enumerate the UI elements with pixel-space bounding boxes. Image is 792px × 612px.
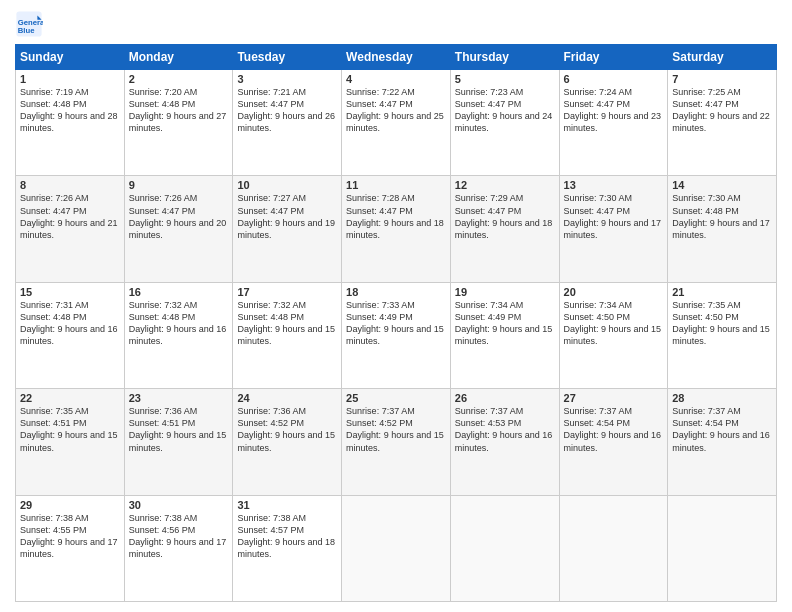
weekday-header: Tuesday xyxy=(233,45,342,70)
day-info: Sunrise: 7:32 AM Sunset: 4:48 PM Dayligh… xyxy=(129,299,229,348)
day-info: Sunrise: 7:35 AM Sunset: 4:50 PM Dayligh… xyxy=(672,299,772,348)
day-number: 18 xyxy=(346,286,446,298)
calendar-week-row: 22 Sunrise: 7:35 AM Sunset: 4:51 PM Dayl… xyxy=(16,389,777,495)
day-number: 29 xyxy=(20,499,120,511)
day-info: Sunrise: 7:36 AM Sunset: 4:52 PM Dayligh… xyxy=(237,405,337,454)
day-info: Sunrise: 7:24 AM Sunset: 4:47 PM Dayligh… xyxy=(564,86,664,135)
day-number: 21 xyxy=(672,286,772,298)
calendar-cell: 31 Sunrise: 7:38 AM Sunset: 4:57 PM Dayl… xyxy=(233,495,342,601)
calendar-cell: 1 Sunrise: 7:19 AM Sunset: 4:48 PM Dayli… xyxy=(16,70,125,176)
day-info: Sunrise: 7:37 AM Sunset: 4:53 PM Dayligh… xyxy=(455,405,555,454)
day-number: 14 xyxy=(672,179,772,191)
day-info: Sunrise: 7:26 AM Sunset: 4:47 PM Dayligh… xyxy=(20,192,120,241)
calendar-cell: 5 Sunrise: 7:23 AM Sunset: 4:47 PM Dayli… xyxy=(450,70,559,176)
day-info: Sunrise: 7:19 AM Sunset: 4:48 PM Dayligh… xyxy=(20,86,120,135)
calendar-cell: 21 Sunrise: 7:35 AM Sunset: 4:50 PM Dayl… xyxy=(668,282,777,388)
day-info: Sunrise: 7:30 AM Sunset: 4:48 PM Dayligh… xyxy=(672,192,772,241)
weekday-header: Wednesday xyxy=(342,45,451,70)
day-info: Sunrise: 7:28 AM Sunset: 4:47 PM Dayligh… xyxy=(346,192,446,241)
day-info: Sunrise: 7:35 AM Sunset: 4:51 PM Dayligh… xyxy=(20,405,120,454)
day-number: 23 xyxy=(129,392,229,404)
day-info: Sunrise: 7:22 AM Sunset: 4:47 PM Dayligh… xyxy=(346,86,446,135)
day-number: 28 xyxy=(672,392,772,404)
calendar-cell: 2 Sunrise: 7:20 AM Sunset: 4:48 PM Dayli… xyxy=(124,70,233,176)
day-number: 11 xyxy=(346,179,446,191)
calendar-cell xyxy=(450,495,559,601)
day-info: Sunrise: 7:37 AM Sunset: 4:54 PM Dayligh… xyxy=(564,405,664,454)
calendar-cell: 7 Sunrise: 7:25 AM Sunset: 4:47 PM Dayli… xyxy=(668,70,777,176)
logo: General Blue xyxy=(15,10,47,38)
calendar-header-row: SundayMondayTuesdayWednesdayThursdayFrid… xyxy=(16,45,777,70)
day-number: 2 xyxy=(129,73,229,85)
day-number: 13 xyxy=(564,179,664,191)
weekday-header: Thursday xyxy=(450,45,559,70)
calendar-cell: 27 Sunrise: 7:37 AM Sunset: 4:54 PM Dayl… xyxy=(559,389,668,495)
calendar-cell: 3 Sunrise: 7:21 AM Sunset: 4:47 PM Dayli… xyxy=(233,70,342,176)
day-number: 16 xyxy=(129,286,229,298)
calendar-cell: 17 Sunrise: 7:32 AM Sunset: 4:48 PM Dayl… xyxy=(233,282,342,388)
calendar-cell: 22 Sunrise: 7:35 AM Sunset: 4:51 PM Dayl… xyxy=(16,389,125,495)
calendar-cell: 4 Sunrise: 7:22 AM Sunset: 4:47 PM Dayli… xyxy=(342,70,451,176)
calendar-cell: 16 Sunrise: 7:32 AM Sunset: 4:48 PM Dayl… xyxy=(124,282,233,388)
calendar-cell: 11 Sunrise: 7:28 AM Sunset: 4:47 PM Dayl… xyxy=(342,176,451,282)
day-info: Sunrise: 7:36 AM Sunset: 4:51 PM Dayligh… xyxy=(129,405,229,454)
calendar-cell: 24 Sunrise: 7:36 AM Sunset: 4:52 PM Dayl… xyxy=(233,389,342,495)
day-info: Sunrise: 7:21 AM Sunset: 4:47 PM Dayligh… xyxy=(237,86,337,135)
day-number: 19 xyxy=(455,286,555,298)
day-info: Sunrise: 7:23 AM Sunset: 4:47 PM Dayligh… xyxy=(455,86,555,135)
calendar-cell: 28 Sunrise: 7:37 AM Sunset: 4:54 PM Dayl… xyxy=(668,389,777,495)
day-info: Sunrise: 7:30 AM Sunset: 4:47 PM Dayligh… xyxy=(564,192,664,241)
weekday-header: Monday xyxy=(124,45,233,70)
calendar-cell: 15 Sunrise: 7:31 AM Sunset: 4:48 PM Dayl… xyxy=(16,282,125,388)
day-number: 5 xyxy=(455,73,555,85)
calendar-cell: 29 Sunrise: 7:38 AM Sunset: 4:55 PM Dayl… xyxy=(16,495,125,601)
header: General Blue xyxy=(15,10,777,38)
day-number: 26 xyxy=(455,392,555,404)
day-info: Sunrise: 7:29 AM Sunset: 4:47 PM Dayligh… xyxy=(455,192,555,241)
day-info: Sunrise: 7:38 AM Sunset: 4:55 PM Dayligh… xyxy=(20,512,120,561)
day-number: 12 xyxy=(455,179,555,191)
calendar-week-row: 8 Sunrise: 7:26 AM Sunset: 4:47 PM Dayli… xyxy=(16,176,777,282)
day-info: Sunrise: 7:27 AM Sunset: 4:47 PM Dayligh… xyxy=(237,192,337,241)
day-number: 22 xyxy=(20,392,120,404)
day-info: Sunrise: 7:25 AM Sunset: 4:47 PM Dayligh… xyxy=(672,86,772,135)
calendar-cell xyxy=(342,495,451,601)
calendar-cell: 26 Sunrise: 7:37 AM Sunset: 4:53 PM Dayl… xyxy=(450,389,559,495)
day-number: 24 xyxy=(237,392,337,404)
day-number: 9 xyxy=(129,179,229,191)
calendar-week-row: 1 Sunrise: 7:19 AM Sunset: 4:48 PM Dayli… xyxy=(16,70,777,176)
calendar-cell: 14 Sunrise: 7:30 AM Sunset: 4:48 PM Dayl… xyxy=(668,176,777,282)
day-number: 7 xyxy=(672,73,772,85)
day-info: Sunrise: 7:37 AM Sunset: 4:54 PM Dayligh… xyxy=(672,405,772,454)
day-info: Sunrise: 7:20 AM Sunset: 4:48 PM Dayligh… xyxy=(129,86,229,135)
calendar-cell: 30 Sunrise: 7:38 AM Sunset: 4:56 PM Dayl… xyxy=(124,495,233,601)
day-info: Sunrise: 7:38 AM Sunset: 4:57 PM Dayligh… xyxy=(237,512,337,561)
day-number: 3 xyxy=(237,73,337,85)
day-number: 15 xyxy=(20,286,120,298)
day-info: Sunrise: 7:34 AM Sunset: 4:49 PM Dayligh… xyxy=(455,299,555,348)
weekday-header: Saturday xyxy=(668,45,777,70)
calendar-cell: 20 Sunrise: 7:34 AM Sunset: 4:50 PM Dayl… xyxy=(559,282,668,388)
day-info: Sunrise: 7:31 AM Sunset: 4:48 PM Dayligh… xyxy=(20,299,120,348)
calendar-cell xyxy=(559,495,668,601)
calendar-cell: 6 Sunrise: 7:24 AM Sunset: 4:47 PM Dayli… xyxy=(559,70,668,176)
day-info: Sunrise: 7:32 AM Sunset: 4:48 PM Dayligh… xyxy=(237,299,337,348)
day-info: Sunrise: 7:26 AM Sunset: 4:47 PM Dayligh… xyxy=(129,192,229,241)
day-number: 4 xyxy=(346,73,446,85)
calendar-cell: 10 Sunrise: 7:27 AM Sunset: 4:47 PM Dayl… xyxy=(233,176,342,282)
calendar-cell: 19 Sunrise: 7:34 AM Sunset: 4:49 PM Dayl… xyxy=(450,282,559,388)
day-number: 20 xyxy=(564,286,664,298)
day-number: 30 xyxy=(129,499,229,511)
day-number: 31 xyxy=(237,499,337,511)
day-number: 10 xyxy=(237,179,337,191)
day-info: Sunrise: 7:37 AM Sunset: 4:52 PM Dayligh… xyxy=(346,405,446,454)
calendar-cell: 13 Sunrise: 7:30 AM Sunset: 4:47 PM Dayl… xyxy=(559,176,668,282)
calendar-cell xyxy=(668,495,777,601)
logo-icon: General Blue xyxy=(15,10,43,38)
calendar-cell: 25 Sunrise: 7:37 AM Sunset: 4:52 PM Dayl… xyxy=(342,389,451,495)
day-number: 1 xyxy=(20,73,120,85)
calendar-cell: 8 Sunrise: 7:26 AM Sunset: 4:47 PM Dayli… xyxy=(16,176,125,282)
calendar-table: SundayMondayTuesdayWednesdayThursdayFrid… xyxy=(15,44,777,602)
calendar-cell: 23 Sunrise: 7:36 AM Sunset: 4:51 PM Dayl… xyxy=(124,389,233,495)
page: General Blue SundayMondayTuesdayWednesda… xyxy=(0,0,792,612)
